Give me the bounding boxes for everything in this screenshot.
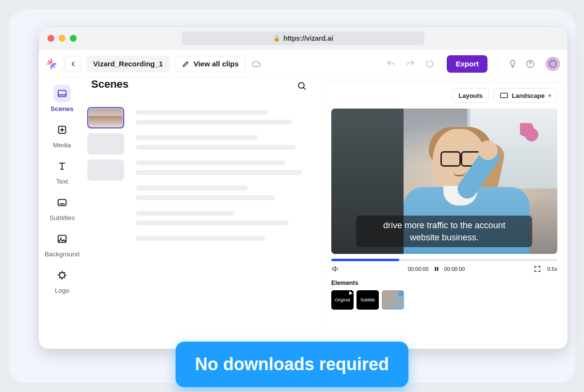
search-button[interactable] bbox=[297, 81, 307, 91]
video-preview[interactable]: drive more traffic to the account websit… bbox=[331, 109, 557, 254]
element-clip[interactable] bbox=[382, 290, 404, 310]
panel-title: Scenes bbox=[88, 78, 129, 91]
speed-label[interactable]: 0.5x bbox=[547, 266, 557, 272]
rail-item-logo[interactable]: Logo bbox=[53, 267, 71, 294]
orientation-select[interactable]: Landscape ▾ bbox=[494, 88, 557, 103]
export-button[interactable]: Export bbox=[447, 55, 487, 73]
transcript-placeholder bbox=[136, 85, 320, 349]
svg-rect-19 bbox=[501, 93, 508, 97]
history-controls bbox=[386, 59, 435, 69]
svg-rect-12 bbox=[58, 200, 66, 206]
svg-rect-21 bbox=[437, 267, 438, 271]
browser-chrome: 🔒 https://vizard.ai bbox=[39, 27, 568, 50]
chevron-left-icon bbox=[70, 61, 77, 67]
cloud-sync-icon[interactable] bbox=[251, 59, 261, 69]
fullscreen-button[interactable] bbox=[534, 265, 541, 273]
svg-line-18 bbox=[304, 88, 306, 90]
rail-item-background[interactable]: Background bbox=[45, 230, 80, 258]
elements-row: Original Subtitle bbox=[331, 290, 557, 310]
view-all-clips-label: View all clips bbox=[194, 60, 239, 68]
rail-label: Logo bbox=[55, 287, 69, 294]
media-icon bbox=[53, 121, 71, 139]
maximize-window-icon[interactable] bbox=[70, 35, 77, 42]
help-controls bbox=[507, 59, 535, 69]
rail-item-scenes[interactable]: Scenes bbox=[50, 85, 73, 112]
side-rail: Scenes Media Text Subtitles Background L… bbox=[39, 78, 85, 349]
text-icon bbox=[53, 157, 71, 175]
user-avatar[interactable] bbox=[545, 56, 561, 72]
volume-button[interactable] bbox=[331, 265, 339, 273]
scene-thumb-3[interactable] bbox=[87, 159, 124, 181]
main-area: Scenes Media Text Subtitles Background L… bbox=[39, 78, 568, 349]
app-toolbar: Vizard_Recording_1 View all clips Export bbox=[39, 50, 568, 78]
time-current: 00:00:00 bbox=[408, 266, 429, 272]
scene-thumb-2[interactable] bbox=[87, 133, 124, 155]
undo-button[interactable] bbox=[386, 59, 396, 69]
close-window-icon[interactable] bbox=[48, 35, 54, 42]
caption-overlay: drive more traffic to the account websit… bbox=[356, 216, 532, 247]
subtitles-icon bbox=[53, 194, 71, 211]
app-logo[interactable] bbox=[46, 58, 57, 70]
chevron-down-icon: ▾ bbox=[549, 93, 551, 98]
pencil-icon bbox=[182, 60, 190, 68]
project-name[interactable]: Vizard_Recording_1 bbox=[86, 56, 170, 72]
hint-button[interactable] bbox=[507, 59, 518, 69]
divider bbox=[497, 57, 498, 71]
progress-bar[interactable] bbox=[331, 259, 557, 261]
center-panel: Scenes bbox=[85, 78, 325, 349]
view-all-clips-button[interactable]: View all clips bbox=[175, 56, 246, 72]
svg-point-15 bbox=[60, 237, 62, 239]
player-controls: 00:00:00 00:00:00 0.5x bbox=[331, 265, 557, 273]
pause-button[interactable] bbox=[434, 266, 439, 272]
scene-thumbnails bbox=[87, 85, 136, 349]
background-icon bbox=[53, 230, 71, 248]
landscape-icon bbox=[500, 93, 508, 98]
rail-item-text[interactable]: Text bbox=[53, 157, 71, 185]
rail-item-subtitles[interactable]: Subtitles bbox=[49, 194, 75, 221]
logo-icon bbox=[53, 267, 71, 284]
svg-rect-20 bbox=[435, 267, 436, 271]
reset-button[interactable] bbox=[424, 59, 435, 69]
help-button[interactable] bbox=[525, 59, 535, 69]
rail-label: Background bbox=[45, 251, 80, 258]
scene-thumb-1[interactable] bbox=[87, 107, 124, 128]
time-total: 00:00:00 bbox=[444, 266, 465, 272]
rail-item-media[interactable]: Media bbox=[53, 121, 71, 149]
svg-line-4 bbox=[49, 61, 50, 63]
rail-label: Subtitles bbox=[49, 214, 75, 221]
svg-rect-7 bbox=[58, 91, 66, 97]
lock-icon: 🔒 bbox=[273, 35, 280, 42]
redo-button[interactable] bbox=[405, 59, 416, 69]
promo-banner: No downloads required bbox=[176, 342, 408, 387]
rail-label: Scenes bbox=[50, 105, 73, 112]
window-controls bbox=[48, 35, 77, 42]
element-subtitle[interactable]: Subtitle bbox=[357, 290, 379, 310]
back-button[interactable] bbox=[65, 56, 81, 72]
layouts-button[interactable]: Layouts bbox=[452, 88, 489, 103]
rail-label: Text bbox=[56, 178, 68, 185]
url-text: https://vizard.ai bbox=[283, 34, 333, 42]
address-bar[interactable]: 🔒 https://vizard.ai bbox=[182, 31, 424, 45]
elements-heading: Elements bbox=[331, 280, 557, 286]
minimize-window-icon[interactable] bbox=[59, 35, 65, 42]
element-original[interactable]: Original bbox=[331, 290, 354, 310]
svg-line-5 bbox=[53, 65, 55, 67]
rail-label: Media bbox=[53, 141, 71, 149]
scenes-icon bbox=[53, 85, 71, 102]
browser-window: 🔒 https://vizard.ai Vizard_Recording_1 V… bbox=[39, 27, 568, 349]
preview-panel: Layouts Landscape ▾ drive more traffic t… bbox=[325, 82, 564, 345]
